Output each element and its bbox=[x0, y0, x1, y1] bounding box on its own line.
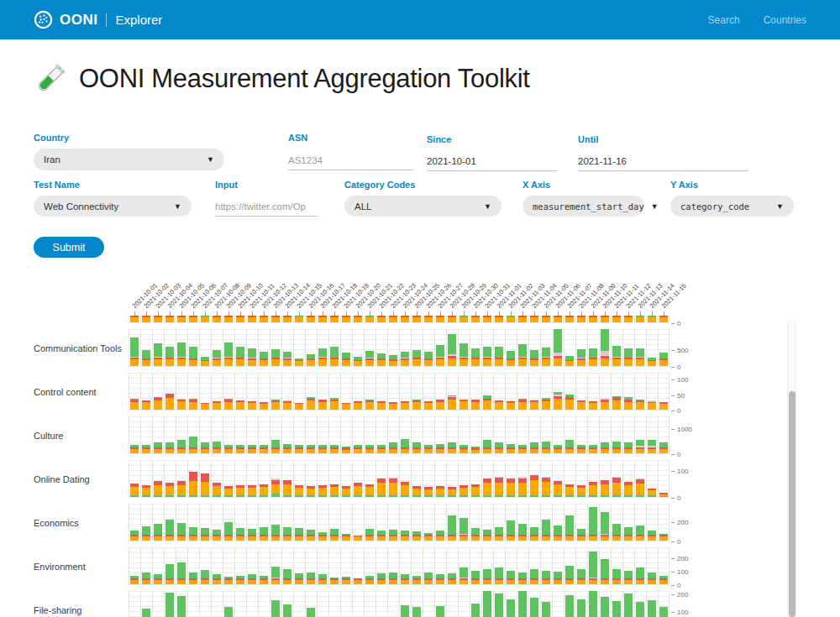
bar[interactable] bbox=[260, 445, 268, 453]
chart-scrollbar[interactable] bbox=[787, 321, 796, 617]
bar[interactable] bbox=[130, 531, 139, 541]
bar[interactable] bbox=[318, 316, 327, 322]
x-axis-select[interactable]: measurement_start_day ▼ bbox=[522, 196, 644, 217]
bar[interactable] bbox=[507, 599, 515, 617]
bar[interactable] bbox=[307, 316, 315, 322]
bar[interactable] bbox=[236, 528, 244, 541]
bar[interactable] bbox=[213, 530, 221, 541]
bar[interactable] bbox=[507, 571, 515, 584]
bar[interactable] bbox=[612, 346, 621, 366]
bar[interactable] bbox=[342, 403, 350, 410]
bar[interactable] bbox=[130, 484, 139, 497]
bar[interactable] bbox=[201, 403, 209, 410]
bar[interactable] bbox=[448, 334, 456, 366]
bar[interactable] bbox=[189, 437, 197, 453]
bar[interactable] bbox=[201, 316, 209, 322]
bar[interactable] bbox=[189, 347, 197, 366]
bar[interactable] bbox=[636, 602, 644, 617]
bar[interactable] bbox=[424, 401, 433, 410]
bar[interactable] bbox=[224, 577, 233, 584]
bar[interactable] bbox=[201, 442, 209, 453]
bar[interactable] bbox=[389, 355, 397, 366]
bar[interactable] bbox=[659, 353, 668, 366]
bar[interactable] bbox=[636, 440, 644, 454]
bar[interactable] bbox=[577, 485, 585, 497]
bar[interactable] bbox=[518, 591, 527, 617]
bar[interactable] bbox=[659, 607, 668, 617]
bar[interactable] bbox=[589, 507, 597, 541]
bar[interactable] bbox=[624, 571, 633, 584]
bar[interactable] bbox=[636, 525, 644, 541]
bar[interactable] bbox=[577, 529, 585, 541]
bar[interactable] bbox=[201, 473, 209, 497]
bar[interactable] bbox=[565, 395, 574, 410]
bar[interactable] bbox=[612, 477, 621, 497]
bar[interactable] bbox=[565, 316, 574, 322]
bar[interactable] bbox=[330, 484, 339, 497]
bar[interactable] bbox=[248, 574, 256, 584]
bar[interactable] bbox=[542, 477, 550, 497]
bar[interactable] bbox=[307, 530, 315, 541]
bar[interactable] bbox=[659, 534, 668, 541]
bar[interactable] bbox=[389, 573, 397, 584]
bar[interactable] bbox=[648, 316, 656, 322]
bar[interactable] bbox=[624, 348, 633, 366]
bar[interactable] bbox=[283, 569, 291, 584]
bar[interactable] bbox=[424, 487, 433, 497]
bar[interactable] bbox=[530, 598, 538, 617]
bar[interactable] bbox=[589, 348, 597, 366]
bar[interactable] bbox=[483, 569, 491, 584]
bar[interactable] bbox=[483, 478, 491, 497]
bar[interactable] bbox=[377, 316, 386, 322]
bar[interactable] bbox=[213, 350, 221, 366]
bar[interactable] bbox=[565, 440, 574, 454]
bar[interactable] bbox=[307, 608, 315, 617]
bar[interactable] bbox=[165, 394, 174, 410]
bar[interactable] bbox=[389, 478, 397, 497]
brand-logo[interactable]: OONI Explorer bbox=[34, 10, 162, 29]
bar[interactable] bbox=[213, 483, 221, 497]
bar[interactable] bbox=[295, 358, 303, 366]
bar[interactable] bbox=[659, 442, 668, 454]
bar[interactable] bbox=[436, 400, 444, 410]
since-input[interactable] bbox=[427, 151, 557, 171]
bar[interactable] bbox=[260, 576, 268, 584]
bar[interactable] bbox=[518, 524, 527, 541]
bar[interactable] bbox=[365, 576, 374, 584]
bar[interactable] bbox=[530, 442, 538, 453]
bar[interactable] bbox=[507, 316, 515, 322]
bar[interactable] bbox=[448, 395, 456, 410]
bar[interactable] bbox=[142, 526, 150, 541]
bar[interactable] bbox=[365, 400, 374, 410]
bar[interactable] bbox=[213, 442, 221, 453]
bar[interactable] bbox=[201, 570, 209, 584]
category-codes-select[interactable]: ALL ▼ bbox=[344, 196, 501, 217]
bar[interactable] bbox=[507, 351, 515, 366]
bar[interactable] bbox=[424, 316, 433, 322]
bar[interactable] bbox=[459, 445, 468, 453]
bar[interactable] bbox=[518, 477, 527, 497]
bar[interactable] bbox=[177, 481, 186, 497]
bar[interactable] bbox=[154, 397, 162, 410]
bar[interactable] bbox=[318, 485, 327, 497]
bar[interactable] bbox=[224, 399, 233, 410]
bar[interactable] bbox=[436, 606, 444, 617]
bar[interactable] bbox=[318, 445, 327, 454]
bar[interactable] bbox=[459, 485, 468, 497]
bar[interactable] bbox=[142, 609, 150, 617]
bar[interactable] bbox=[659, 493, 668, 497]
bar[interactable] bbox=[177, 440, 186, 454]
bar[interactable] bbox=[165, 442, 174, 454]
bar[interactable] bbox=[601, 480, 609, 497]
bar[interactable] bbox=[518, 316, 527, 322]
bar[interactable] bbox=[189, 527, 197, 541]
bar[interactable] bbox=[354, 578, 362, 584]
bar[interactable] bbox=[589, 401, 597, 410]
bar[interactable] bbox=[648, 400, 656, 410]
bar[interactable] bbox=[271, 400, 280, 410]
bar[interactable] bbox=[648, 531, 656, 541]
bar[interactable] bbox=[554, 329, 562, 366]
bar[interactable] bbox=[330, 398, 339, 410]
bar[interactable] bbox=[295, 445, 303, 453]
bar[interactable] bbox=[542, 442, 550, 453]
